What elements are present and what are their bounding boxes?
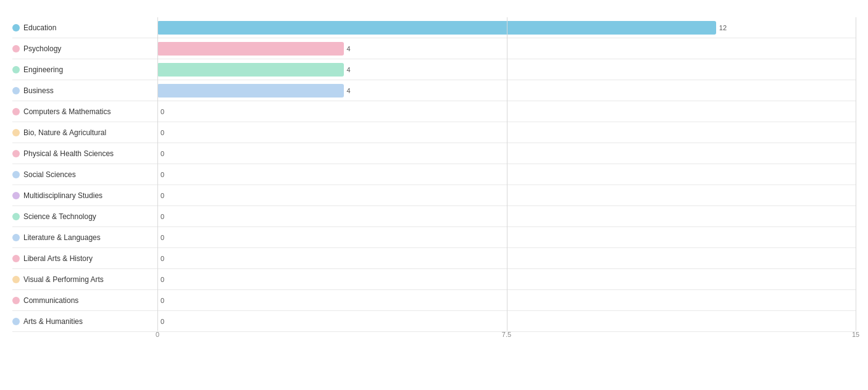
- bar-label: Liberal Arts & History: [12, 254, 157, 263]
- bar-label: Engineering: [12, 65, 157, 74]
- bar-value-label: 0: [161, 150, 164, 157]
- bar-label: Arts & Humanities: [12, 317, 157, 326]
- bar-track: 0: [157, 147, 856, 160]
- bar-dot: [12, 213, 20, 220]
- bar-label: Social Sciences: [12, 170, 157, 179]
- bar-dot: [12, 129, 20, 136]
- bar-dot: [12, 234, 20, 241]
- bar-value-label: 0: [161, 276, 164, 283]
- bar-track: 4: [157, 84, 856, 98]
- table-row: Physical & Health Sciences0: [12, 143, 856, 164]
- bar-track: 0: [157, 210, 856, 223]
- table-row: Business4: [12, 80, 856, 101]
- x-tick-label: 15: [852, 331, 859, 338]
- chart-container: Education12Psychology4Engineering4Busine…: [0, 0, 868, 390]
- bar-track: 0: [157, 189, 856, 202]
- bar-label-text: Science & Technology: [23, 212, 96, 221]
- grid-line: [856, 17, 856, 331]
- bar-label-text: Computers & Mathematics: [23, 107, 111, 116]
- bar-value-label: 0: [161, 171, 164, 178]
- bar-label: Business: [12, 86, 157, 95]
- bar-label-text: Social Sciences: [23, 170, 76, 179]
- bar-label-text: Liberal Arts & History: [23, 254, 93, 263]
- bar-dot: [12, 192, 20, 199]
- table-row: Literature & Languages0: [12, 227, 856, 248]
- table-row: Visual & Performing Arts0: [12, 269, 856, 290]
- bar-label: Visual & Performing Arts: [12, 275, 157, 284]
- bar-value-label: 12: [719, 24, 727, 31]
- bar-dot: [12, 255, 20, 262]
- bar-track: 0: [157, 273, 856, 286]
- bar-dot: [12, 45, 20, 52]
- bar-label: Science & Technology: [12, 212, 157, 221]
- bar-fill: [157, 63, 344, 77]
- bar-label: Computers & Mathematics: [12, 107, 157, 116]
- bar-label-text: Business: [23, 86, 54, 95]
- bar-track: 12: [157, 21, 856, 35]
- bar-value-label: 0: [161, 318, 164, 325]
- table-row: Social Sciences0: [12, 164, 856, 185]
- table-row: Communications0: [12, 290, 856, 311]
- bar-label-text: Psychology: [23, 44, 61, 53]
- table-row: Bio, Nature & Agricultural0: [12, 122, 856, 143]
- table-row: Engineering4: [12, 59, 856, 80]
- bar-fill: [157, 21, 716, 35]
- bar-label-text: Visual & Performing Arts: [23, 275, 104, 284]
- bar-dot: [12, 108, 20, 115]
- bar-dot: [12, 87, 20, 94]
- bar-label-text: Arts & Humanities: [23, 317, 83, 326]
- bar-value-label: 0: [161, 192, 164, 199]
- bar-label-text: Communications: [23, 296, 78, 305]
- bar-label: Multidisciplinary Studies: [12, 191, 157, 200]
- bar-value-label: 0: [161, 213, 164, 220]
- bar-label-text: Engineering: [23, 65, 63, 74]
- bar-value-label: 0: [161, 234, 164, 241]
- bar-label: Education: [12, 23, 157, 32]
- bar-value-label: 0: [161, 108, 164, 115]
- bar-track: 4: [157, 63, 856, 77]
- bar-track: 0: [157, 126, 856, 139]
- table-row: Multidisciplinary Studies0: [12, 185, 856, 206]
- bar-label-text: Bio, Nature & Agricultural: [23, 128, 106, 137]
- bar-track: 4: [157, 42, 856, 56]
- table-row: Science & Technology0: [12, 206, 856, 227]
- bar-label: Physical & Health Sciences: [12, 149, 157, 158]
- x-tick-label: 0: [156, 331, 159, 338]
- bar-dot: [12, 297, 20, 304]
- bar-track: 0: [157, 252, 856, 265]
- table-row: Computers & Mathematics0: [12, 101, 856, 122]
- bar-label-text: Literature & Languages: [23, 233, 101, 242]
- bar-track: 0: [157, 105, 856, 118]
- bar-track: 0: [157, 315, 856, 328]
- table-row: Psychology4: [12, 38, 856, 59]
- x-axis-container: 07.515: [157, 331, 856, 343]
- bar-label-text: Physical & Health Sciences: [23, 149, 114, 158]
- bar-dot: [12, 276, 20, 283]
- bar-label: Communications: [12, 296, 157, 305]
- bar-fill: [157, 42, 344, 56]
- bar-track: 0: [157, 294, 856, 307]
- x-tick-label: 7.5: [502, 331, 511, 338]
- bar-dot: [12, 171, 20, 178]
- bar-value-label: 4: [347, 87, 351, 94]
- bar-value-label: 0: [161, 297, 164, 304]
- table-row: Education12: [12, 17, 856, 38]
- chart-area: Education12Psychology4Engineering4Busine…: [12, 17, 856, 346]
- bar-label-text: Multidisciplinary Studies: [23, 191, 102, 200]
- bar-track: 0: [157, 231, 856, 244]
- table-row: Arts & Humanities0: [12, 311, 856, 332]
- bar-fill: [157, 84, 344, 98]
- bar-label-text: Education: [23, 23, 56, 32]
- bar-value-label: 4: [347, 45, 351, 52]
- bar-value-label: 0: [161, 255, 164, 262]
- bar-label: Bio, Nature & Agricultural: [12, 128, 157, 137]
- bar-value-label: 0: [161, 129, 164, 136]
- bar-track: 0: [157, 168, 856, 181]
- bar-dot: [12, 150, 20, 157]
- bars-section: Education12Psychology4Engineering4Busine…: [12, 17, 856, 331]
- bar-dot: [12, 318, 20, 325]
- bar-label: Psychology: [12, 44, 157, 53]
- table-row: Liberal Arts & History0: [12, 248, 856, 269]
- bar-label: Literature & Languages: [12, 233, 157, 242]
- bar-value-label: 4: [347, 66, 351, 73]
